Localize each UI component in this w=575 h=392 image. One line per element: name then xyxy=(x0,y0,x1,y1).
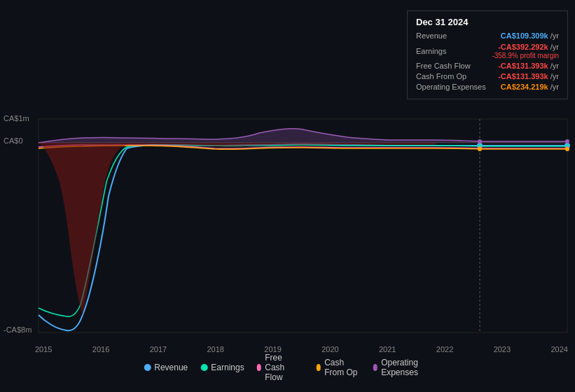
tooltip-revenue-value: CA$109.309k /yr xyxy=(501,31,559,40)
legend-cashop[interactable]: Cash From Op xyxy=(317,358,361,377)
tooltip-opex-value: CA$234.219k /yr xyxy=(501,83,559,91)
legend-revenue-dot xyxy=(144,364,151,371)
x-label-2024: 2024 xyxy=(550,345,567,354)
tooltip-revenue-label: Revenue xyxy=(416,31,447,40)
svg-point-11 xyxy=(478,139,482,144)
tooltip-revenue-row: Revenue CA$109.309k /yr xyxy=(416,31,559,40)
y-label-top: CA$1m xyxy=(4,114,29,122)
chart-container: CA$1m CA$0 -CA$8m 2015 2016 2017 2018 20… xyxy=(0,0,575,392)
x-label-2015: 2015 xyxy=(35,345,52,354)
tooltip-fcf-label: Free Cash Flow xyxy=(416,62,471,70)
legend-opex-label: Operating Expenses xyxy=(381,358,431,377)
legend-fcf-dot xyxy=(257,364,262,371)
legend-opex-dot xyxy=(373,364,378,371)
tooltip-cashop-value: -CA$131.393k /yr xyxy=(498,72,559,80)
tooltip-opex-label: Operating Expenses xyxy=(416,83,486,91)
legend-earnings[interactable]: Earnings xyxy=(200,363,244,372)
tooltip-earnings-value: -CA$392.292k /yr xyxy=(498,43,559,51)
tooltip-box: Dec 31 2024 Revenue CA$109.309k /yr Earn… xyxy=(407,10,568,99)
tooltip-cashop-label: Cash From Op xyxy=(416,72,466,80)
y-label-mid: CA$0 xyxy=(4,136,23,145)
legend-revenue-label: Revenue xyxy=(154,363,188,372)
tooltip-cashop-row: Cash From Op -CA$131.393k /yr xyxy=(416,72,559,80)
y-label-bot: -CA$8m xyxy=(4,326,32,334)
x-label-2023: 2023 xyxy=(494,345,511,354)
x-label-2016: 2016 xyxy=(92,345,109,354)
tooltip-opex-row: Operating Expenses CA$234.219k /yr xyxy=(416,83,559,91)
legend-cashop-label: Cash From Op xyxy=(324,358,360,377)
tooltip-earnings-label: Earnings xyxy=(416,47,446,55)
chart-legend: Revenue Earnings Free Cash Flow Cash Fro… xyxy=(144,353,431,382)
tooltip-earnings-row: Earnings -CA$392.292k /yr -358.9% profit… xyxy=(416,42,559,59)
tooltip-date: Dec 31 2024 xyxy=(416,17,559,27)
svg-point-10 xyxy=(478,147,482,151)
svg-point-15 xyxy=(565,147,569,151)
legend-earnings-label: Earnings xyxy=(211,363,244,372)
tooltip-fcf-value: -CA$131.393k /yr xyxy=(498,62,559,70)
svg-point-16 xyxy=(565,139,569,144)
legend-revenue[interactable]: Revenue xyxy=(144,363,188,372)
legend-fcf[interactable]: Free Cash Flow xyxy=(257,353,304,382)
tooltip-earnings-sub: -358.9% profit margin xyxy=(492,52,559,59)
legend-cashop-dot xyxy=(317,364,321,371)
x-label-2022: 2022 xyxy=(436,345,453,354)
legend-fcf-label: Free Cash Flow xyxy=(265,353,303,382)
legend-opex[interactable]: Operating Expenses xyxy=(373,358,431,377)
tooltip-fcf-row: Free Cash Flow -CA$131.393k /yr xyxy=(416,62,559,70)
legend-earnings-dot xyxy=(200,364,207,371)
